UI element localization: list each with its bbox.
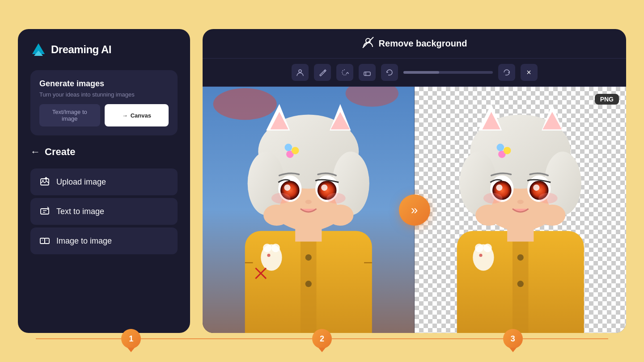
svg-point-41: [284, 185, 290, 191]
undo-tool-btn[interactable]: [381, 64, 398, 81]
tool-header-title: Remove background: [362, 36, 467, 51]
svg-point-81: [475, 205, 502, 226]
tool-header: Remove background: [203, 29, 626, 59]
lasso-tool-btn[interactable]: [336, 64, 353, 81]
generate-subtitle: Turn your ideas into stunning images: [39, 91, 169, 98]
person-tool-btn[interactable]: [292, 64, 309, 81]
canvas-button[interactable]: → Canvas: [105, 104, 169, 126]
svg-point-58: [517, 254, 523, 261]
svg-point-19: [213, 88, 277, 120]
canvas-arrow-icon: →: [122, 112, 128, 119]
step-1: 1: [121, 329, 141, 349]
logo-area: Dreaming AI: [30, 42, 178, 58]
step-3: 3: [503, 329, 523, 349]
back-icon: ←: [30, 146, 40, 158]
svg-point-84: [475, 244, 483, 252]
logo-icon: [30, 42, 47, 58]
text-to-image-item[interactable]: Text to image: [30, 198, 178, 225]
svg-point-24: [305, 281, 312, 287]
svg-point-80: [538, 193, 557, 204]
svg-rect-10: [45, 238, 49, 244]
svg-point-46: [263, 205, 290, 226]
generate-title: Generate images: [39, 79, 169, 88]
svg-point-15: [299, 70, 301, 72]
step-line-4: [332, 338, 417, 339]
text-to-image-icon: [39, 206, 50, 217]
svg-point-23: [305, 254, 312, 261]
svg-point-86: [479, 254, 482, 257]
svg-point-49: [263, 244, 271, 252]
svg-point-85: [483, 244, 491, 252]
text-to-image-label: Text to image: [56, 207, 104, 216]
svg-rect-16: [364, 72, 370, 76]
image-to-image-icon: [39, 236, 50, 246]
svg-point-71: [496, 144, 504, 152]
text-image-button[interactable]: Text/Image to image: [39, 104, 100, 126]
brush-size-slider[interactable]: [403, 71, 493, 74]
svg-point-51: [267, 254, 270, 257]
create-header: ← Create: [30, 144, 178, 160]
menu-items: Upload image Text to image: [30, 168, 178, 254]
process-arrow: »: [399, 194, 430, 226]
upload-image-label: Upload image: [56, 177, 106, 187]
processed-image: PNG: [415, 87, 627, 333]
pen-tool-btn[interactable]: [314, 64, 331, 81]
generate-card: Generate images Turn your ideas into stu…: [30, 70, 178, 135]
svg-point-4: [42, 180, 44, 181]
logo-text: Dreaming AI: [51, 43, 111, 56]
apply-tool-btn[interactable]: [498, 64, 515, 81]
step-line-6: [523, 338, 608, 339]
svg-point-36: [284, 144, 292, 152]
png-badge: PNG: [595, 94, 619, 105]
svg-point-76: [496, 185, 502, 191]
svg-point-47: [327, 205, 353, 226]
step-line-3: [227, 338, 312, 339]
upload-image-icon: [39, 177, 50, 187]
image-to-image-label: Image to image: [56, 236, 112, 246]
main-container: Dreaming AI Generate images Turn your id…: [18, 20, 626, 342]
svg-point-35: [292, 147, 299, 155]
right-panel: Remove background: [203, 29, 626, 333]
svg-point-70: [503, 147, 511, 155]
step-2: 2: [312, 329, 332, 349]
svg-point-78: [517, 200, 523, 204]
original-image: [203, 87, 415, 333]
svg-point-42: [321, 185, 327, 191]
svg-point-50: [271, 244, 280, 252]
steps-row: 1 2 3: [0, 329, 644, 349]
svg-point-43: [305, 200, 312, 204]
svg-point-77: [533, 185, 539, 191]
generate-buttons: Text/Image to image → Canvas: [39, 104, 169, 126]
svg-point-79: [483, 193, 502, 204]
image-to-image-item[interactable]: Image to image: [30, 227, 178, 254]
svg-point-59: [517, 281, 523, 287]
toolbar: ×: [203, 59, 626, 87]
step-line-5: [417, 338, 503, 339]
remove-bg-title: Remove background: [379, 38, 467, 49]
remove-bg-icon: [362, 36, 374, 51]
svg-point-82: [539, 205, 565, 226]
close-btn[interactable]: ×: [521, 64, 538, 81]
step-line-2: [141, 338, 226, 339]
svg-rect-9: [40, 238, 45, 244]
canvas-label: Canvas: [131, 112, 151, 119]
image-area: » PNG: [203, 87, 626, 333]
svg-point-44: [271, 193, 291, 204]
create-label: Create: [45, 146, 75, 158]
left-panel: Dreaming AI Generate images Turn your id…: [18, 29, 190, 333]
eraser-tool-btn[interactable]: [359, 64, 376, 81]
step-line-1: [36, 338, 121, 339]
upload-image-item[interactable]: Upload image: [30, 168, 178, 195]
svg-point-45: [326, 193, 346, 204]
